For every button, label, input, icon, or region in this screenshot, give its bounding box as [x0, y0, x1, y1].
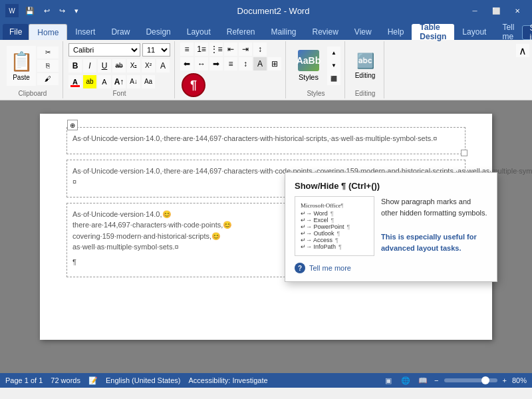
show-hide-button[interactable]: ¶ — [182, 73, 205, 97]
paragraph-group: ≡ 1≡ ⋮≡ ⇤ ⇥ ↕ ⬅ ↔ ➡ ≡ ↕ A ⊞ — [176, 41, 286, 98]
tab-draw[interactable]: Draw — [103, 24, 138, 40]
tab-layout[interactable]: Layout — [179, 24, 219, 40]
ribbon-collapse-area: ∧ — [516, 41, 529, 98]
tooltip-popup: Show/Hide ¶ (Ctrl+()) Microsoft·Office¶ … — [285, 172, 497, 282]
bold-button[interactable]: B — [68, 59, 82, 72]
decrease-indent-button[interactable]: ⇤ — [224, 43, 237, 56]
font-name-row: Calibri 11 — [68, 43, 170, 57]
zoom-minus-btn[interactable]: − — [434, 376, 438, 384]
numbered-list-button[interactable]: 1≡ — [195, 43, 208, 56]
table-resize-handle[interactable] — [461, 150, 467, 156]
tooltip-body: Microsoft·Office¶ ↵→ Word¶ ↵→ Excel¶ ↵→ … — [295, 196, 487, 263]
tooltip-tell-me-more[interactable]: ? Tell me more — [295, 263, 487, 273]
align-left-button[interactable]: ⬅ — [180, 57, 194, 70]
bullet-list-button[interactable]: ≡ — [180, 43, 194, 56]
tooltip-desc2: This is especially useful for advanced l… — [381, 231, 487, 253]
tab-table-design[interactable]: Table Design — [412, 24, 454, 40]
font-label: Font — [112, 90, 126, 97]
tab-references[interactable]: Referen — [219, 24, 263, 40]
tooltip-title: Show/Hide ¶ (Ctrl+()) — [295, 181, 487, 191]
text-color-button[interactable]: A — [68, 75, 82, 88]
tab-mailings[interactable]: Mailing — [263, 24, 304, 40]
ribbon: 📋 Paste ✂ ⎘ 🖌 Clipboard — [0, 40, 532, 100]
shading-button[interactable]: A — [253, 57, 267, 70]
restore-button[interactable]: ⬜ — [487, 3, 505, 18]
zoom-plus-btn[interactable]: + — [503, 376, 507, 384]
zoom-slider[interactable] — [444, 378, 497, 382]
font-color-row: A ab A A↑ A↓ Aa — [68, 75, 170, 88]
tooltip-text: Show paragraph marks and other hidden fo… — [381, 196, 487, 263]
justify-button[interactable]: ≡ — [224, 57, 237, 70]
styles-icon: AaBb — [298, 50, 319, 71]
page-info: Page 1 of 1 — [5, 376, 43, 384]
editing-button[interactable]: 🔤 Editing — [350, 47, 380, 85]
subscript-button[interactable]: X₂ — [127, 59, 140, 72]
undo-quick-btn[interactable]: ↩ — [41, 5, 53, 17]
tab-insert[interactable]: Insert — [67, 24, 103, 40]
document-area: Show/Hide ¶ (Ctrl+()) Microsoft·Office¶ … — [0, 100, 532, 373]
tab-table-layout[interactable]: Layout — [454, 24, 494, 40]
font-color-btn2[interactable]: A — [98, 75, 111, 88]
title-bar-right: ─ ⬜ ✕ — [466, 3, 527, 18]
minimize-button[interactable]: ─ — [466, 3, 484, 18]
print-layout-btn[interactable]: ▣ — [382, 374, 394, 386]
save-quick-btn[interactable]: 💾 — [23, 5, 37, 17]
title-bar: W 💾 ↩ ↪ ▾ Document2 - Word ─ ⬜ ✕ — [0, 0, 532, 21]
styles-more-button[interactable]: ▲ ▼ ⬛ — [327, 47, 340, 85]
web-layout-btn[interactable]: 🌐 — [400, 374, 412, 386]
status-right: ▣ 🌐 📖 − + 80% — [382, 374, 527, 386]
align-center-button[interactable]: ↔ — [195, 57, 208, 70]
customize-quick-btn[interactable]: ▾ — [72, 5, 81, 17]
editing-content: 🔤 Editing — [350, 43, 380, 88]
superscript-button[interactable]: X² — [142, 59, 155, 72]
clipboard-label: Clipboard — [19, 90, 47, 97]
underline-button[interactable]: U — [98, 59, 111, 72]
tooltip-desc1: Show paragraph marks and other hidden fo… — [381, 196, 487, 218]
accessibility-info[interactable]: Accessibility: Investigate — [188, 376, 267, 384]
align-right-button[interactable]: ➡ — [209, 57, 223, 70]
highlight-color-button[interactable]: ab — [83, 75, 96, 88]
paste-button[interactable]: 📋 Paste — [7, 46, 36, 86]
cut-button[interactable]: ✂ — [37, 47, 59, 59]
clipboard-small-btns: ✂ ⎘ 🖌 — [37, 47, 59, 85]
multilevel-list-button[interactable]: ⋮≡ — [209, 43, 223, 56]
paragraph-1: As·of·Unicode·version·14.0,·there·are·14… — [72, 133, 460, 144]
table-section: ⊕ As·of·Unicode·version·14.0,·there·are·… — [66, 127, 466, 154]
tab-design[interactable]: Design — [138, 24, 178, 40]
redo-quick-btn[interactable]: ↪ — [57, 5, 68, 17]
sort-button[interactable]: ↕ — [253, 43, 267, 56]
tab-home[interactable]: Home — [29, 24, 67, 40]
editing-label: Editing — [355, 90, 376, 97]
tab-view[interactable]: View — [346, 24, 380, 40]
close-button[interactable]: ✕ — [508, 3, 527, 18]
styles-label: Styles — [307, 90, 325, 97]
clear-format-button[interactable]: A — [156, 59, 170, 72]
font-size-increase[interactable]: A↑ — [112, 75, 126, 88]
line-spacing-button[interactable]: ↕ — [239, 57, 252, 70]
borders-button[interactable]: ⊞ — [268, 57, 281, 70]
collapse-ribbon-button[interactable]: ∧ — [516, 44, 529, 57]
document-title: Document2 - Word — [81, 6, 466, 16]
tab-review[interactable]: Review — [305, 24, 346, 40]
table-move-handle[interactable]: ⊕ — [67, 120, 78, 130]
list-row: ≡ 1≡ ⋮≡ ⇤ ⇥ ↕ — [180, 43, 281, 56]
read-mode-btn[interactable]: 📖 — [417, 374, 429, 386]
tab-bar: File Home Insert Draw Design Layout Refe… — [0, 21, 532, 40]
clipboard-content: 📋 Paste ✂ ⎘ 🖌 — [7, 43, 59, 88]
font-name-select[interactable]: Calibri — [68, 43, 140, 57]
strikethrough-button[interactable]: ab — [112, 59, 126, 72]
font-group: Calibri 11 B I U ab X₂ X² A — [65, 41, 175, 98]
styles-button[interactable]: AaBb Styles — [291, 47, 326, 85]
font-size-select[interactable]: 11 — [142, 43, 170, 57]
sign-in-button[interactable]: Sign in — [522, 25, 532, 40]
change-case-button[interactable]: Aa — [142, 75, 155, 88]
increase-indent-button[interactable]: ⇥ — [239, 43, 252, 56]
italic-button[interactable]: I — [83, 59, 96, 72]
tab-help[interactable]: Help — [380, 24, 412, 40]
status-bar: Page 1 of 1 72 words 📝 English (United S… — [0, 373, 532, 388]
format-painter-button[interactable]: 🖌 — [37, 73, 59, 85]
tab-file[interactable]: File — [3, 24, 29, 40]
font-size-decrease[interactable]: A↓ — [127, 75, 140, 88]
copy-button[interactable]: ⎘ — [37, 60, 59, 72]
tab-tell-me[interactable]: Tell me — [494, 24, 522, 40]
